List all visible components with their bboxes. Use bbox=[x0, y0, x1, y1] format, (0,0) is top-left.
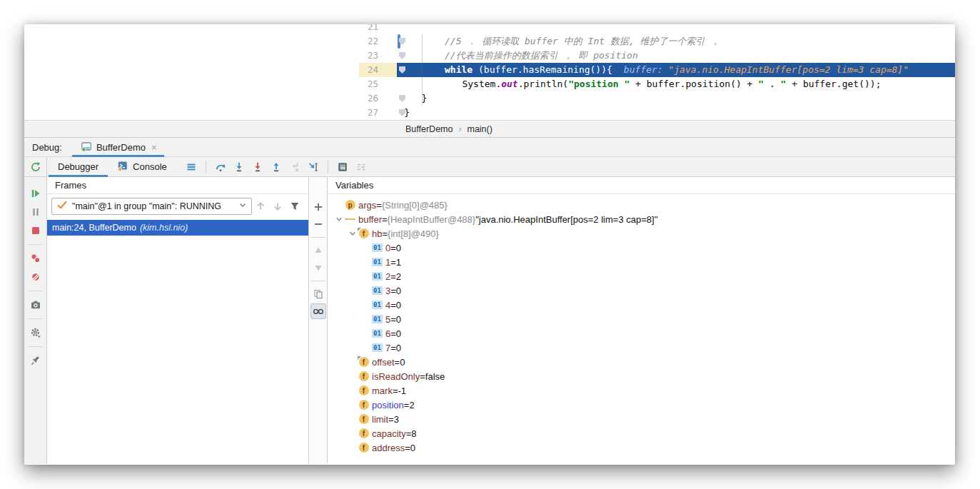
editor-gutter[interactable]: 24 bbox=[24, 63, 397, 77]
editor-line-26[interactable]: 26} bbox=[24, 91, 955, 106]
session-tab-bufferdemo[interactable]: BufferDemo × bbox=[72, 138, 164, 156]
variable-row-5[interactable]: 015 = 0 bbox=[328, 312, 955, 326]
line-number[interactable]: 22 bbox=[368, 34, 378, 49]
frame-location: main:24, BufferDemo bbox=[52, 223, 136, 233]
variable-row-4[interactable]: 014 = 0 bbox=[328, 298, 955, 312]
variable-row-capacity[interactable]: fcapacity = 8 bbox=[328, 426, 955, 440]
editor-gutter[interactable]: 21 bbox=[24, 24, 397, 34]
stop-button[interactable] bbox=[27, 222, 44, 239]
show-watches-button[interactable] bbox=[310, 303, 326, 319]
move-down-button bbox=[310, 260, 326, 276]
field-icon: f bbox=[358, 385, 369, 396]
fold-marker-icon[interactable] bbox=[399, 52, 405, 59]
editor-gutter[interactable]: 22 bbox=[24, 34, 397, 49]
editor-gutter[interactable]: 25 bbox=[24, 77, 397, 91]
editor-line-25[interactable]: 25System.out.println("position " + buffe… bbox=[24, 77, 955, 91]
variable-row-buffer[interactable]: buffer = {HeapIntBuffer@488} "java.nio.H… bbox=[328, 212, 955, 226]
variable-row-offset[interactable]: foffset = 0 bbox=[328, 355, 955, 369]
line-number[interactable]: 26 bbox=[368, 91, 378, 106]
line-number[interactable]: 21 bbox=[368, 24, 378, 34]
editor-line-21[interactable]: 21 bbox=[24, 24, 955, 34]
variable-row-1[interactable]: 011 = 1 bbox=[328, 255, 955, 269]
variable-value: 1 bbox=[396, 257, 401, 268]
mute-breakpoints-button[interactable] bbox=[27, 268, 44, 286]
thread-selector[interactable]: "main"@1 in group "main": RUNNING bbox=[51, 198, 252, 215]
variable-row-position[interactable]: fposition = 2 bbox=[328, 398, 955, 412]
code-token: out bbox=[501, 79, 517, 89]
variable-row-3[interactable]: 013 = 0 bbox=[328, 283, 955, 298]
thread-dump-camera-button[interactable] bbox=[27, 296, 44, 313]
code-line-content[interactable]: System.out.println("position " + buffer.… bbox=[397, 77, 955, 91]
line-number[interactable]: 24 bbox=[368, 63, 378, 77]
editor-gutter[interactable]: 27 bbox=[24, 106, 397, 120]
close-icon[interactable]: × bbox=[151, 142, 157, 153]
remove-watch-button[interactable] bbox=[310, 216, 326, 232]
variable-name: 5 bbox=[385, 314, 390, 325]
code-line-content[interactable]: //代表当前操作的数据索引 ， 即 position bbox=[397, 49, 955, 63]
watches-toolbar bbox=[309, 177, 328, 464]
fold-marker-icon[interactable] bbox=[399, 66, 405, 74]
field-icon: f bbox=[358, 400, 369, 410]
code-line-content[interactable]: //5 ． 循环读取 buffer 中的 Int 数据, 维护了一个索引 ， bbox=[397, 34, 955, 49]
variable-value: 3 bbox=[394, 414, 399, 425]
variable-row-2[interactable]: 012 = 2 bbox=[328, 269, 955, 283]
variable-row-limit[interactable]: flimit = 3 bbox=[328, 412, 955, 426]
variable-row-6[interactable]: 016 = 0 bbox=[328, 326, 955, 341]
tree-indent bbox=[360, 271, 372, 282]
separator bbox=[311, 237, 325, 238]
add-watch-button[interactable] bbox=[310, 199, 326, 215]
menu-button[interactable] bbox=[183, 159, 200, 175]
hide-frames-filter-button[interactable] bbox=[286, 198, 303, 214]
step-into-button[interactable] bbox=[231, 159, 248, 175]
editor-gutter[interactable]: 26 bbox=[24, 91, 397, 106]
variable-row-args[interactable]: pargs = {String[0]@485} bbox=[328, 198, 955, 212]
run-to-cursor-button[interactable] bbox=[305, 159, 322, 175]
breadcrumb-class[interactable]: BufferDemo bbox=[405, 124, 453, 134]
variable-row-isReadOnly[interactable]: fisReadOnly = false bbox=[328, 369, 955, 383]
resume-button[interactable] bbox=[27, 185, 44, 202]
variable-row-0[interactable]: 010 = 0 bbox=[328, 241, 955, 255]
frame-row-main-24[interactable]: main:24, BufferDemo (kim.hsl.nio) bbox=[47, 220, 308, 236]
pin-button[interactable] bbox=[27, 352, 44, 369]
code-line-content[interactable]: } bbox=[397, 91, 955, 106]
variable-row-7[interactable]: 017 = 0 bbox=[328, 341, 955, 355]
editor-line-22[interactable]: 22//5 ． 循环读取 buffer 中的 Int 数据, 维护了一个索引 ， bbox=[24, 34, 955, 49]
line-number[interactable]: 23 bbox=[368, 49, 378, 63]
editor-line-27[interactable]: 27} bbox=[24, 106, 955, 120]
line-number[interactable]: 25 bbox=[368, 77, 378, 91]
chevron-expand-icon[interactable] bbox=[347, 228, 358, 239]
editor-line-23[interactable]: 23//代表当前操作的数据索引 ， 即 position bbox=[24, 49, 955, 63]
view-breakpoints-button[interactable] bbox=[27, 250, 44, 267]
evaluate-expression-button[interactable] bbox=[334, 159, 351, 175]
array-element-icon: 01 bbox=[372, 286, 383, 296]
force-step-into-button[interactable] bbox=[249, 159, 266, 175]
editor-line-24[interactable]: 24while (buffer.hasRemaining()){buffer: … bbox=[24, 63, 955, 77]
code-line-content[interactable] bbox=[397, 24, 955, 34]
show-watches-icon bbox=[313, 306, 324, 317]
debug-label: Debug: bbox=[24, 138, 72, 156]
variable-value: 2 bbox=[409, 400, 414, 410]
tree-indent bbox=[360, 256, 372, 268]
code-token: System. bbox=[462, 79, 501, 89]
line-number[interactable]: 27 bbox=[368, 106, 378, 120]
variable-value: 8 bbox=[411, 428, 416, 439]
step-over-button[interactable] bbox=[212, 159, 229, 175]
code-line-content[interactable]: } bbox=[397, 106, 955, 120]
fold-marker-icon[interactable] bbox=[399, 95, 405, 102]
tab-console[interactable]: Console bbox=[108, 157, 176, 176]
variable-row-address[interactable]: faddress = 0 bbox=[328, 440, 955, 455]
step-out-button[interactable] bbox=[268, 159, 285, 175]
tab-debugger[interactable]: Debugger bbox=[49, 157, 108, 176]
editor-gutter[interactable]: 23 bbox=[24, 49, 397, 63]
breadcrumb-method[interactable]: main() bbox=[467, 124, 492, 134]
code-editor[interactable]: 2122//5 ． 循环读取 buffer 中的 Int 数据, 维护了一个索引… bbox=[24, 24, 955, 137]
inline-debug-hint: "java.nio.HeapIntBuffer[pos=2 lim=3 cap=… bbox=[663, 64, 909, 75]
rerun-button[interactable] bbox=[27, 159, 44, 175]
chevron-expand-icon[interactable] bbox=[333, 213, 345, 225]
variable-row-mark[interactable]: fmark = -1 bbox=[328, 383, 955, 398]
code-token: + buffer.get()); bbox=[786, 79, 881, 89]
settings-button[interactable] bbox=[27, 324, 44, 341]
variable-row-hb[interactable]: fhb = {int[8]@490} bbox=[328, 226, 955, 241]
variable-name: 4 bbox=[385, 300, 390, 311]
code-line-content[interactable]: while (buffer.hasRemaining()){buffer: "j… bbox=[397, 63, 955, 77]
